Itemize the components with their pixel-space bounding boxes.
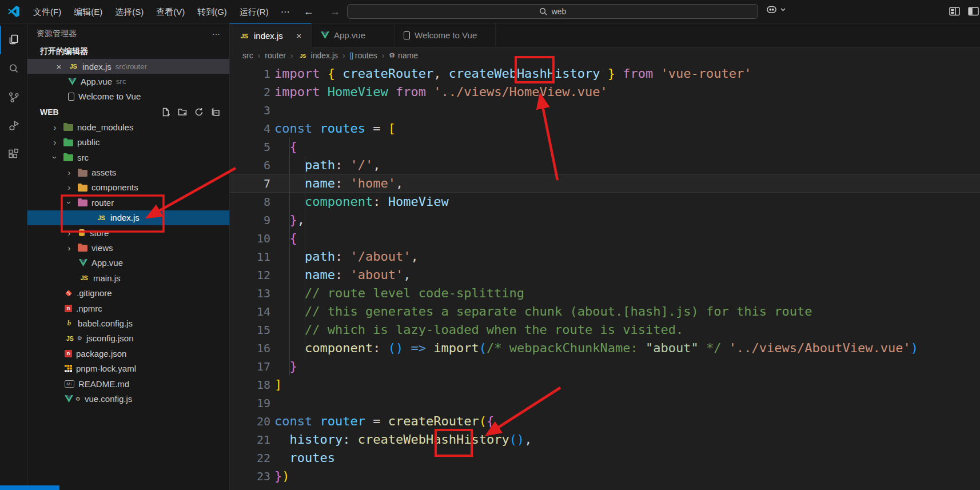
code-token	[274, 341, 305, 355]
remote-status-badge[interactable]	[0, 485, 59, 490]
code-line[interactable]: 16 component: () => import(/* webpackChu…	[230, 339, 980, 357]
tree-item-assets[interactable]: ›assets	[27, 165, 229, 180]
code-line[interactable]: 1import { createRouter, createWebHashHis…	[230, 65, 980, 83]
activity-run-debug-button[interactable]	[0, 111, 27, 140]
breadcrumb-item[interactable]: [ ]routes	[350, 51, 377, 60]
breadcrumb-item[interactable]: src	[242, 51, 253, 60]
code-line[interactable]: 13 // route level code-splitting	[230, 284, 980, 302]
activity-search-button[interactable]	[0, 54, 27, 83]
tab-label: index.js	[254, 31, 283, 41]
menu-item[interactable]: 运行(R)	[233, 0, 275, 23]
menu-item[interactable]: 转到(G)	[191, 0, 233, 23]
open-editors-header[interactable]: 打开的编辑器	[27, 43, 229, 59]
tab-index-js[interactable]: JSindex.js×	[230, 23, 312, 47]
nav-forward-button[interactable]: →	[322, 6, 348, 18]
open-editor-item[interactable]: Welcome to Vue	[27, 89, 229, 104]
run-debug-icon	[7, 119, 21, 133]
code-token: ]	[274, 377, 282, 392]
tree-item-App-vue[interactable]: App.vue	[27, 256, 229, 270]
code-line[interactable]: 10 {	[230, 229, 980, 248]
tree-item-router[interactable]: ›router	[27, 195, 229, 210]
tree-item-store[interactable]: ›store	[27, 225, 229, 240]
menu-item[interactable]: 查看(V)	[150, 0, 191, 23]
tree-item-package-json[interactable]: npackage.json	[27, 346, 229, 361]
code-line[interactable]: 20const router = createRouter({	[230, 412, 980, 431]
menu-item[interactable]: 选择(S)	[109, 0, 150, 23]
breadcrumb[interactable]: src›router›JSindex.js›[ ]routes›⚙name	[230, 47, 980, 63]
code-line[interactable]: 14 // this generates a separate chunk (a…	[230, 302, 980, 321]
code-line[interactable]: 15 // which is lazy-loaded when the rout…	[230, 321, 980, 339]
code-line[interactable]: 23})	[230, 467, 980, 485]
customize-layout-icon[interactable]	[949, 7, 960, 16]
breadcrumb-item[interactable]: JSindex.js	[298, 51, 338, 60]
code-line[interactable]: 7 name: 'home',	[230, 174, 980, 193]
tree-item-node-modules[interactable]: ›node_modules	[27, 119, 229, 134]
activity-explorer-button[interactable]	[0, 26, 27, 54]
code-line[interactable]: 11 path: '/about',	[230, 248, 980, 266]
tree-item-vue-config-js[interactable]: ⚙vue.config.js	[27, 391, 229, 406]
activity-extensions-button[interactable]	[0, 140, 27, 169]
close-icon[interactable]: ×	[294, 31, 304, 41]
code-line[interactable]: 4const routes = [	[230, 119, 980, 138]
tree-item-public[interactable]: ›public	[27, 135, 229, 150]
code-token	[274, 322, 305, 337]
code-line[interactable]: 18]	[230, 376, 980, 394]
tree-item-pnpm-lock-yaml[interactable]: pnpm-lock.yaml	[27, 361, 229, 376]
code-line[interactable]: 17 }	[230, 357, 980, 376]
menu-item[interactable]: 文件(F)	[27, 0, 67, 23]
tree-item--npmrc[interactable]: n.npmrc	[27, 301, 229, 316]
tree-item-label: babel.config.js	[78, 318, 133, 328]
code-line[interactable]: 3	[230, 101, 980, 119]
command-center-search[interactable]: web	[347, 4, 758, 19]
tree-item-babel-config-js[interactable]: bbabel.config.js	[27, 316, 229, 330]
tree-item--gitignore[interactable]: .gitignore	[27, 285, 229, 300]
tree-item-src[interactable]: ›src	[27, 150, 229, 165]
code-line[interactable]: 21 history: createWebHashHistory(),	[230, 431, 980, 449]
open-editor-item[interactable]: ×JSindex.jssrc\router	[27, 59, 229, 74]
code-line[interactable]: 5 {	[230, 138, 980, 156]
copilot-button[interactable]	[766, 5, 786, 14]
code-line[interactable]: 2import HomeView from '../views/HomeView…	[230, 83, 980, 101]
open-editor-item[interactable]: App.vuesrc	[27, 74, 229, 89]
activity-source-control-button[interactable]	[0, 83, 27, 111]
git-icon	[65, 289, 73, 297]
gear-icon: ⚙	[77, 335, 82, 341]
tree-item-views[interactable]: ›views	[27, 240, 229, 255]
code-token: "about"	[646, 341, 699, 355]
code-token: }	[608, 66, 615, 81]
close-icon[interactable]: ×	[54, 62, 64, 71]
code-line[interactable]: 12 name: 'about',	[230, 266, 980, 284]
tree-item-README-md[interactable]: M↓README.md	[27, 376, 229, 391]
nav-back-button[interactable]: ←	[296, 6, 322, 18]
tree-item-main-js[interactable]: JSmain.js	[27, 270, 229, 285]
refresh-icon[interactable]	[194, 107, 204, 117]
tab-Welcome-to-Vue[interactable]: Welcome to Vue	[395, 23, 496, 47]
sidebar-title: 资源管理器	[37, 29, 77, 39]
web-section-header[interactable]: WEB	[27, 104, 229, 119]
code-token	[274, 249, 305, 264]
code-editor[interactable]: 1import { createRouter, createWebHashHis…	[230, 63, 980, 490]
new-file-icon[interactable]	[161, 107, 170, 117]
explorer-sidebar: 资源管理器 ··· 打开的编辑器 ×JSindex.jssrc\routerAp…	[27, 23, 230, 490]
tree-item-index-js[interactable]: JSindex.js	[27, 210, 229, 225]
code-token: {	[328, 66, 335, 81]
menu-item[interactable]: 编辑(E)	[67, 0, 109, 23]
new-folder-icon[interactable]	[178, 107, 187, 117]
breadcrumb-label: router	[265, 51, 286, 60]
code-line[interactable]: 9 },	[230, 211, 980, 229]
code-token: :	[335, 249, 350, 264]
tree-item-jsconfig-json[interactable]: JS⚙jsconfig.json	[27, 331, 229, 346]
breadcrumb-item[interactable]: router	[265, 51, 286, 60]
menu-more-button[interactable]: ⋯	[275, 6, 296, 17]
collapse-all-icon[interactable]	[211, 107, 220, 117]
code-line[interactable]: 22 routes	[230, 449, 980, 467]
toggle-panel-icon[interactable]	[968, 7, 979, 16]
code-line[interactable]: 19	[230, 394, 980, 412]
menu-bar: 文件(F)编辑(E)选择(S)查看(V)转到(G)运行(R)	[27, 0, 275, 23]
tab-App-vue[interactable]: App.vue	[312, 23, 395, 47]
sidebar-more-actions-button[interactable]: ···	[212, 29, 220, 38]
breadcrumb-item[interactable]: ⚙name	[389, 51, 418, 60]
code-line[interactable]: 8 component: HomeView	[230, 193, 980, 211]
code-line[interactable]: 6 path: '/',	[230, 156, 980, 174]
tree-item-components[interactable]: ›components	[27, 180, 229, 195]
